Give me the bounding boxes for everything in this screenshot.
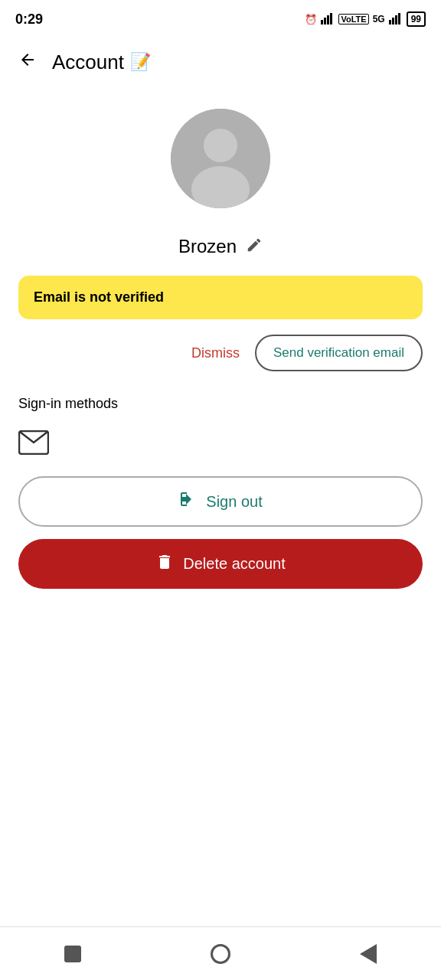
email-sign-in-icon — [18, 430, 49, 458]
svg-rect-5 — [392, 18, 394, 24]
nav-bar — [0, 926, 441, 980]
volte-icon: VoLTE — [338, 14, 368, 24]
svg-rect-6 — [395, 15, 397, 24]
status-icons: ⏰ VoLTE 5G 99 — [305, 11, 426, 27]
nav-circle-icon — [211, 944, 230, 964]
back-button[interactable] — [15, 47, 40, 77]
status-bar: 0:29 ⏰ VoLTE 5G 99 — [0, 0, 441, 38]
alarm-icon: ⏰ — [305, 14, 317, 25]
action-row: Dismiss Send verification email — [18, 335, 423, 371]
dismiss-button[interactable]: Dismiss — [188, 339, 243, 368]
sign-out-label: Sign out — [206, 493, 262, 511]
warning-text: Email is not verified — [34, 289, 164, 305]
email-warning-banner: Email is not verified — [18, 276, 423, 319]
sign-out-button[interactable]: Sign out — [18, 476, 423, 527]
email-icon-container — [18, 424, 423, 476]
svg-point-9 — [204, 129, 237, 162]
nav-triangle-icon — [360, 944, 377, 964]
send-verification-button[interactable]: Send verification email — [255, 335, 423, 371]
nav-home-button[interactable] — [211, 944, 230, 964]
sign-out-icon — [178, 490, 197, 513]
header: Account 📝 — [0, 38, 441, 86]
header-emoji: 📝 — [130, 52, 151, 72]
header-title: Account 📝 — [52, 51, 151, 74]
avatar-container — [171, 109, 270, 220]
battery-indicator: 99 — [407, 11, 426, 27]
svg-rect-2 — [327, 15, 329, 24]
svg-rect-1 — [324, 18, 326, 24]
signal-icon — [321, 12, 335, 27]
avatar — [171, 109, 270, 208]
main-content: Brozen Email is not verified Dismiss Sen… — [0, 86, 441, 926]
status-time: 0:29 — [15, 11, 43, 28]
signal-icon-2 — [389, 12, 403, 27]
nav-square-icon — [64, 946, 81, 962]
edit-username-button[interactable] — [246, 237, 263, 257]
svg-rect-7 — [398, 13, 400, 24]
username-label: Brozen — [178, 236, 237, 257]
sign-in-methods-label: Sign-in methods — [18, 396, 423, 412]
username-row: Brozen — [178, 236, 263, 257]
delete-account-label: Delete account — [183, 555, 285, 573]
svg-rect-4 — [389, 20, 391, 24]
nav-back-button[interactable] — [360, 944, 377, 964]
nav-square-button[interactable] — [64, 946, 81, 962]
5g-icon: 5G — [373, 14, 385, 24]
delete-icon — [155, 553, 174, 575]
svg-rect-3 — [330, 13, 332, 24]
delete-account-button[interactable]: Delete account — [18, 539, 423, 589]
svg-rect-0 — [321, 20, 323, 24]
